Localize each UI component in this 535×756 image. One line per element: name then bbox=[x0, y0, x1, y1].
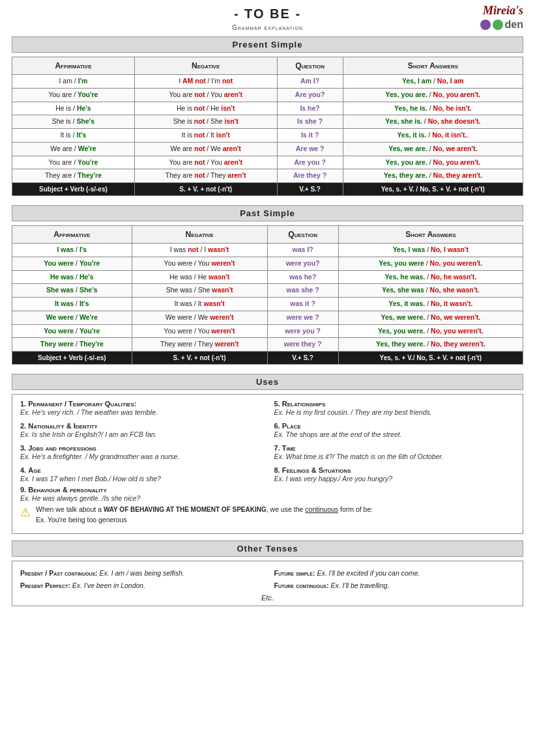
use-example: Ex. I was very happy./ Are you hungry? bbox=[274, 475, 515, 483]
use-title-text: Time bbox=[282, 444, 296, 452]
cell-affirmative: She is / She's bbox=[12, 115, 135, 129]
cell-negative: It was / It wasn't bbox=[132, 298, 267, 311]
use-item: 7. Time Ex. What time is it?/ The match … bbox=[274, 444, 515, 460]
table-row: You were / You'reYou were / You weren'tw… bbox=[12, 324, 523, 338]
other-tenses-header: Other Tenses bbox=[12, 540, 523, 557]
use-item: 4. Age Ex. I was 17 when I met Bob./ How… bbox=[20, 466, 261, 483]
logo-dots: den bbox=[480, 19, 523, 31]
tense-example: Ex. I'll be travelling. bbox=[330, 581, 389, 589]
tense-label: Present Perfect: bbox=[20, 581, 70, 589]
use-example: Ex. Is she Irish or English?/ I am an FC… bbox=[20, 430, 261, 438]
use-number-9: 9. bbox=[20, 486, 26, 494]
cell-short-answers: Yes, she is. / No, she doesn't. bbox=[343, 115, 523, 129]
cell-affirmative: She was / She's bbox=[12, 284, 132, 298]
use-title: 6. Place bbox=[274, 422, 515, 430]
table-row: Subject + Verb (-s/-es)S. + V. + not (-n… bbox=[12, 352, 523, 365]
cell-affirmative: You are / You're bbox=[12, 88, 135, 102]
cell-short-answers: Yes, you were. / No, you weren't. bbox=[338, 324, 523, 338]
use-title-text: Nationality & Identity bbox=[28, 422, 98, 430]
use-example: Ex. What time is it?/ The match is on th… bbox=[274, 453, 515, 460]
use-title-text: Jobs and professions bbox=[28, 444, 96, 452]
warning-underline: continuous bbox=[305, 505, 338, 513]
other-tenses-grid: Present / Past continuous: Ex. I am / wa… bbox=[20, 568, 515, 592]
cell-affirmative: We are / We're bbox=[12, 142, 135, 156]
cell-affirmative: Subject + Verb (-s/-es) bbox=[12, 183, 135, 196]
cell-short-answers: Yes, they were. / No, they weren't. bbox=[338, 338, 523, 352]
use-number: 8. bbox=[274, 466, 280, 474]
col-negative-past: Negative bbox=[132, 226, 267, 244]
use-title: 8. Feelings & Situations bbox=[274, 466, 515, 474]
tense-item-left: Present / Past continuous: Ex. I am / wa… bbox=[20, 568, 261, 579]
warning-text1: When we talk about a bbox=[36, 505, 104, 513]
use-item: 2. Nationality & Identity Ex. Is she Iri… bbox=[20, 422, 261, 438]
tense-example: Ex. I'll be excited if you can come. bbox=[317, 569, 420, 577]
table-row: She was / She'sShe was / She wasn'twas s… bbox=[12, 284, 523, 298]
cell-affirmative: I am / I'm bbox=[12, 75, 135, 89]
use-item: 8. Feelings & Situations Ex. I was very … bbox=[274, 466, 515, 483]
cell-affirmative: It is / It's bbox=[12, 129, 135, 143]
cell-question: was I? bbox=[267, 244, 338, 257]
cell-short-answers: Yes, she was / No, she wasn't. bbox=[338, 284, 523, 298]
tense-label: Present / Past continuous: bbox=[20, 569, 98, 577]
use-number: 7. bbox=[274, 444, 280, 452]
use-number: 4. bbox=[20, 466, 26, 474]
table-row: You are / You'reYou are not / You aren't… bbox=[12, 88, 523, 102]
use-title: 1. Permanent / Temporary Qualities: bbox=[20, 400, 261, 408]
use-title-text: Age bbox=[28, 466, 41, 474]
cell-question: were they ? bbox=[267, 338, 338, 352]
cell-negative: You were / You weren't bbox=[132, 257, 267, 270]
warning-text: When we talk about a way of behaving at … bbox=[36, 505, 373, 525]
cell-short-answers: Yes, s. + V./ No, S. + V. + not (-n't) bbox=[338, 352, 523, 365]
cell-negative: He is not / He isn't bbox=[134, 102, 277, 115]
use-title: 3. Jobs and professions bbox=[20, 444, 261, 452]
tense-item-right: Future simple: Ex. I'll be excited if yo… bbox=[274, 568, 515, 579]
cell-affirmative: I was / I's bbox=[12, 244, 132, 257]
col-affirmative: Affirmative bbox=[12, 57, 135, 75]
warning-text2: , we use the bbox=[267, 505, 306, 513]
warning-box: ⚠ When we talk about a way of behaving a… bbox=[20, 505, 515, 525]
use-title: 2. Nationality & Identity bbox=[20, 422, 261, 430]
cell-question: Is it ? bbox=[277, 129, 343, 143]
table-row: You were / You'reYou were / You weren'tw… bbox=[12, 257, 523, 270]
table-row: They were / They'reThey were / They were… bbox=[12, 338, 523, 352]
uses-header: Uses bbox=[12, 374, 523, 390]
cell-short-answers: Yes, I am / No, I am bbox=[343, 75, 523, 89]
tense-label: Future simple: bbox=[274, 569, 315, 577]
col-short-answers: Short Answers bbox=[343, 57, 523, 75]
warning-icon: ⚠ bbox=[20, 505, 31, 520]
cell-negative: I was not / I wasn't bbox=[132, 244, 267, 257]
cell-short-answers: Yes, he is. / No, he isn't. bbox=[343, 102, 523, 115]
cell-negative: They were / They weren't bbox=[132, 338, 267, 352]
tense-item-left: Present Perfect: Ex. I've been in London… bbox=[20, 580, 261, 591]
use-number: 1. bbox=[20, 400, 26, 408]
present-simple-header: Present Simple bbox=[12, 36, 523, 53]
present-simple-table: Affirmative Negative Question Short Answ… bbox=[12, 57, 523, 196]
past-simple-header: Past Simple bbox=[12, 205, 523, 221]
use-title: 5. Relationships bbox=[274, 400, 515, 408]
past-simple-header-row: Affirmative Negative Question Short Answ… bbox=[12, 226, 523, 244]
present-simple-header-row: Affirmative Negative Question Short Answ… bbox=[12, 57, 523, 75]
past-simple-body: I was / I'sI was not / I wasn'twas I?Yes… bbox=[12, 244, 523, 365]
cell-affirmative: They are / They're bbox=[12, 169, 135, 183]
use-title-text: Feelings & Situations bbox=[282, 466, 351, 474]
other-tenses-section: Present / Past continuous: Ex. I am / wa… bbox=[12, 561, 523, 607]
cell-negative: You are not / You aren't bbox=[134, 88, 277, 102]
use-item: 3. Jobs and professions Ex. He's a firef… bbox=[20, 444, 261, 460]
cell-affirmative: It was / It's bbox=[12, 298, 132, 311]
cell-affirmative: You were / You're bbox=[12, 257, 132, 270]
use-title-text-9: Behaviour & personality bbox=[28, 486, 107, 494]
use-title-text: Permanent / Temporary Qualities: bbox=[28, 400, 136, 408]
logo-dot-green bbox=[493, 20, 503, 30]
use-example: Ex. The shops are at the end of the stre… bbox=[274, 430, 515, 438]
use-example: Ex. He's a firefighter. / My grandmother… bbox=[20, 453, 261, 460]
warning-bold: way of behaving at the moment of speakin… bbox=[104, 506, 267, 513]
present-simple-body: I am / I'mI AM not / I'm notAm I?Yes, I … bbox=[12, 75, 523, 196]
cell-question: V.+ S.? bbox=[267, 352, 338, 365]
logo-dot-purple bbox=[480, 20, 491, 30]
cell-question: Are they ? bbox=[277, 169, 343, 183]
use-number: 2. bbox=[20, 422, 26, 430]
cell-question: Are we ? bbox=[277, 142, 343, 156]
cell-affirmative: You were / You're bbox=[12, 324, 132, 338]
logo: Mireia's den bbox=[480, 4, 523, 31]
cell-short-answers: Yes, we were. / No, we weren't. bbox=[338, 311, 523, 324]
